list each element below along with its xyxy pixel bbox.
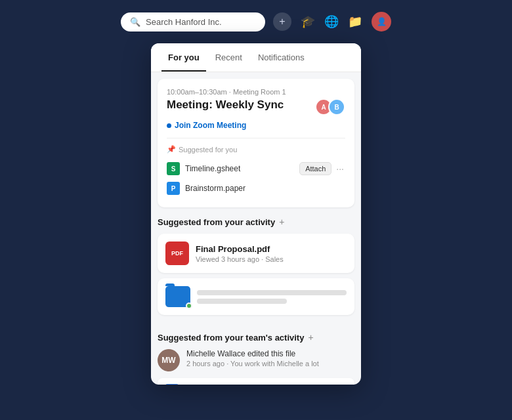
user-avatar[interactable]: 👤 [372,12,391,32]
person-action: Michelle Wallace edited this file [186,349,354,358]
team-section-header: Suggested from your team's activity + [158,332,354,343]
panel-content: 10:00am–10:30am · Meeting Room 1 Meeting… [151,72,361,385]
sheets-icon: S [167,162,180,175]
activity-filename: Final Proposal.pdf [196,244,347,254]
person-avatar: MW [158,349,180,371]
activity-add-icon[interactable]: + [279,217,284,227]
activity-info: Final Proposal.pdf Viewed 3 hours ago · … [196,244,347,263]
join-label[interactable]: Join Zoom Meeting [175,121,246,130]
pdf-icon: PDF [165,242,189,265]
meeting-header: Meeting: Weekly Sync A B [167,98,345,116]
join-dot [167,123,171,128]
more-options-icon[interactable]: ··· [335,163,345,174]
nav-icons: + 🎓 🌐 📁 👤 [273,12,391,32]
tab-for-you[interactable]: For you [161,43,206,72]
file-info-2: P Brainstorm.paper [167,182,245,195]
team-section: Suggested from your team's activity + MW… [151,323,361,385]
active-dot [186,303,192,309]
search-icon: 🔍 [130,17,140,27]
person-info: Michelle Wallace edited this file 2 hour… [186,349,354,368]
activity-card-pdf[interactable]: PDF Final Proposal.pdf Viewed 3 hours ag… [158,234,354,273]
paper-icon: P [167,182,180,195]
pin-icon: 📌 [167,145,176,154]
meeting-title: Meeting: Weekly Sync [167,98,310,112]
folder-icon[interactable]: 📁 [348,14,362,29]
search-bar[interactable]: 🔍 Search Hanford Inc. [121,12,265,32]
search-input[interactable]: Search Hanford Inc. [146,17,222,27]
attach-button[interactable]: Attach [299,162,331,175]
activity-section-header: Suggested from your activity + [158,217,354,227]
tabs-bar: For you Recent Notifications [151,43,361,72]
person-row: MW Michelle Wallace edited this file 2 h… [158,349,354,371]
gdoc-row[interactable]: G Customer Info.gdoc [158,378,354,385]
suggested-in-card: 📌 Suggested for you S Timeline.gsheet At… [167,138,345,198]
main-panel: For you Recent Notifications 10:00am–10:… [151,43,361,385]
activity-row: PDF Final Proposal.pdf Viewed 3 hours ag… [165,242,347,265]
placeholder-lines [197,290,347,304]
globe-icon[interactable]: 🌐 [324,14,339,29]
file-row-1: S Timeline.gsheet Attach ··· [167,159,345,178]
gdoc-icon: G [165,384,179,385]
tab-recent[interactable]: Recent [209,43,249,72]
team-section-title: Suggested from your team's activity [158,333,304,343]
file-name-1: Timeline.gsheet [185,164,240,173]
placeholder-line-1 [197,290,347,295]
join-zoom-link[interactable]: Join Zoom Meeting [167,121,345,130]
tab-notifications[interactable]: Notifications [251,43,311,72]
suggested-label: 📌 Suggested for you [167,145,345,154]
meeting-avatars: A B [315,98,345,116]
activity-meta: Viewed 3 hours ago · Sales [196,255,347,263]
add-icon[interactable]: + [273,12,291,31]
placeholder-line-2 [197,299,287,304]
activity-section: Suggested from your activity + PDF Final… [151,207,361,323]
team-add-icon[interactable]: + [308,332,313,343]
file-name-2: Brainstorm.paper [185,184,245,193]
folder-placeholder-icon [165,286,190,307]
placeholder-card[interactable] [158,278,354,315]
meeting-card: 10:00am–10:30am · Meeting Room 1 Meeting… [158,79,354,207]
attendee-avatar-2: B [328,98,345,116]
school-icon[interactable]: 🎓 [301,14,315,29]
top-nav: 🔍 Search Hanford Inc. + 🎓 🌐 📁 👤 [0,0,512,43]
file-info-1: S Timeline.gsheet [167,162,240,175]
meeting-time: 10:00am–10:30am · Meeting Room 1 [167,88,345,96]
activity-section-title: Suggested from your activity [158,217,275,227]
person-meta: 2 hours ago · You work with Michelle a l… [186,360,354,368]
file-row-2: P Brainstorm.paper [167,178,345,198]
